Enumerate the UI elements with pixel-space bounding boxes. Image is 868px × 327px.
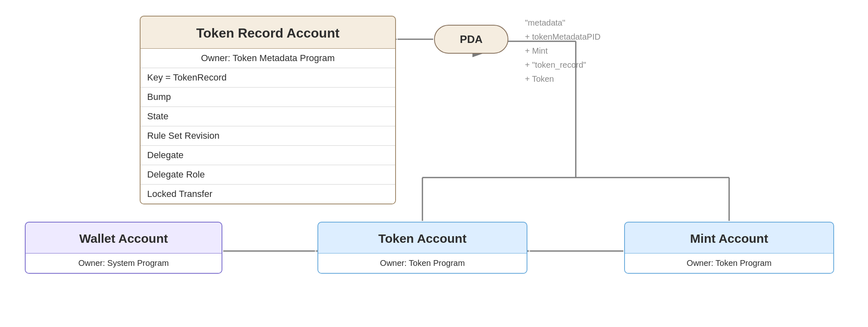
- field-rule-set: Rule Set Revision: [141, 126, 395, 146]
- field-delegate: Delegate: [141, 146, 395, 165]
- seed-line-3: + "token_record": [525, 58, 601, 72]
- token-record-owner: Owner: Token Metadata Program: [141, 49, 395, 68]
- wallet-account-title: Wallet Account: [26, 223, 222, 254]
- token-record-fields: Owner: Token Metadata Program Key = Toke…: [141, 49, 395, 204]
- pda-bubble: PDA: [434, 25, 508, 54]
- token-record-title: Token Record Account: [141, 17, 395, 49]
- diagram-container: Token Record Account Owner: Token Metada…: [0, 0, 868, 327]
- seed-line-0: "metadata": [525, 16, 601, 30]
- field-delegate-role: Delegate Role: [141, 165, 395, 185]
- token-account-owner: Owner: Token Program: [318, 254, 527, 273]
- pda-label: PDA: [460, 33, 483, 46]
- seed-line-1: + tokenMetadataPID: [525, 30, 601, 44]
- token-account-title: Token Account: [318, 223, 527, 254]
- arrows-svg: [0, 0, 868, 327]
- seed-line-4: + Token: [525, 72, 601, 86]
- field-key: Key = TokenRecord: [141, 68, 395, 88]
- mint-account-box: Mint Account Owner: Token Program: [624, 222, 834, 274]
- field-bump: Bump: [141, 88, 395, 107]
- mint-account-owner: Owner: Token Program: [625, 254, 833, 273]
- seed-line-2: + Mint: [525, 44, 601, 58]
- wallet-account-owner: Owner: System Program: [26, 254, 222, 273]
- token-record-account-box: Token Record Account Owner: Token Metada…: [140, 16, 396, 204]
- field-state: State: [141, 107, 395, 126]
- mint-account-title: Mint Account: [625, 223, 833, 254]
- wallet-account-box: Wallet Account Owner: System Program: [25, 222, 222, 274]
- field-locked-transfer: Locked Transfer: [141, 185, 395, 204]
- pda-seed-text: "metadata" + tokenMetadataPID + Mint + "…: [525, 16, 601, 86]
- token-account-box: Token Account Owner: Token Program: [317, 222, 527, 274]
